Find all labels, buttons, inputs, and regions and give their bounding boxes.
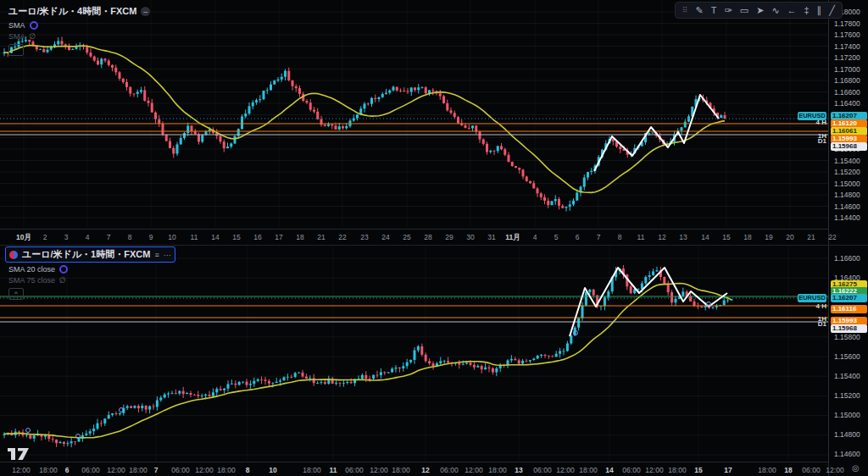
indicator-row-sma-hidden[interactable]: SMA ∅ [8,32,153,41]
time-axis-label[interactable]: 17 [724,466,732,474]
trendline-tool-icon[interactable]: ╱ [829,4,835,16]
time-axis-bottom[interactable]: 12:0018:00606:0012:0018:00706:0012:0018:… [0,462,828,476]
time-axis-label[interactable]: 18:00 [217,466,235,474]
time-axis-label[interactable]: 13 [679,233,687,241]
time-axis-label[interactable]: 3 [64,233,69,241]
time-axis-label[interactable]: 20 [786,233,793,241]
time-axis-label[interactable]: 9 [149,233,153,241]
time-axis-label[interactable]: 12:00 [826,466,843,474]
time-axis-label[interactable]: 31 [487,233,495,241]
time-axis-label[interactable]: 2 [43,233,47,241]
time-axis-label[interactable]: 12:00 [195,466,213,474]
time-axis-label[interactable]: 12:00 [107,466,125,474]
text-tool-icon[interactable]: T [711,4,717,16]
time-axis-label[interactable]: 8 [618,233,622,241]
time-axis-label[interactable]: 14 [211,233,219,241]
time-axis-label[interactable]: 18:00 [488,466,506,474]
time-axis-label[interactable]: 24 [381,233,389,241]
bottom-panel-title-row[interactable]: ユーロ/米ドル・1時間・FXCM ≡ ··· [5,246,175,263]
time-axis-label[interactable]: 23 [360,233,368,241]
brush-tool-icon[interactable]: ✑ [725,4,732,16]
more-options-icon[interactable]: ··· [164,251,171,259]
time-axis-label[interactable]: 12 [421,466,429,474]
time-axis-label[interactable]: 18 [784,466,792,474]
time-axis-label[interactable]: 15 [232,233,240,241]
drawing-anchor[interactable] [26,429,31,433]
drawing-toolbar[interactable]: ⠿✎T✑▭➤∿←‡∥╱ [675,2,843,19]
time-axis-label[interactable]: 17 [275,233,282,241]
time-axis-label[interactable]: 25 [403,233,410,241]
time-axis-label[interactable]: 14 [605,466,613,474]
time-axis-label[interactable]: 28 [424,233,431,241]
time-axis-label[interactable]: 10月 [16,233,31,243]
indicator-row-sma[interactable]: SMA [8,21,153,30]
eye-hidden-icon[interactable]: ∅ [59,276,66,285]
pencil-tool-icon[interactable]: ✎ [696,4,704,16]
time-axis-label[interactable]: 06:00 [345,466,363,474]
time-axis-label[interactable]: 19 [765,233,772,241]
time-axis-label[interactable]: 06:00 [802,466,820,474]
top-panel-title-row[interactable]: ユーロ/米ドル・4時間・FXCM – [5,4,153,19]
chart-style-icon[interactable]: ≡ [154,251,159,259]
time-axis-label[interactable]: 13 [515,466,522,474]
time-axis-label[interactable]: 18:00 [303,466,320,474]
arrow-left-tool-icon[interactable]: ← [787,4,797,16]
time-axis-label[interactable]: 15 [722,233,730,241]
time-axis-label[interactable]: 11 [191,233,198,241]
parallel-channel-tool-icon[interactable]: ∥ [817,4,822,16]
time-axis-label[interactable]: 18:00 [39,466,57,474]
time-axis-label[interactable]: 18:00 [758,466,776,474]
time-axis-label[interactable]: 06:00 [533,466,551,474]
rectangle-tool-icon[interactable]: ▭ [740,4,748,16]
time-axis-label[interactable]: 18 [743,233,751,241]
time-axis-label[interactable]: 10 [269,466,276,474]
time-axis-label[interactable]: 12 [658,233,665,241]
time-axis-label[interactable]: 8 [128,233,132,241]
time-axis-label[interactable]: 10 [168,233,175,241]
time-axis-label[interactable]: 6 [576,233,580,241]
pane-maximize-button[interactable]: ^ [8,288,24,300]
time-axis-label[interactable]: 21 [807,233,815,241]
time-axis-top[interactable]: 10月2347891011141516171821222324252829303… [0,229,828,246]
time-axis-label[interactable]: 12:00 [370,466,387,474]
time-axis-label[interactable]: 18 [296,233,303,241]
time-axis-label[interactable]: 14 [701,233,709,241]
time-axis-label[interactable]: 11 [330,466,337,474]
time-axis-label[interactable]: 12:00 [12,466,30,474]
time-axis-label[interactable]: 6 [65,466,70,474]
time-axis-label[interactable]: 12:00 [645,466,663,474]
time-axis-label[interactable]: 15 [694,466,702,474]
time-axis-label[interactable]: 29 [445,233,453,241]
time-axis-label[interactable]: 18:00 [129,466,147,474]
time-axis-label[interactable]: 18:00 [392,466,409,474]
time-axis-settings-icon[interactable]: ◎ [852,463,860,473]
time-axis-label[interactable]: 06:00 [171,466,189,474]
arrow-tool-icon[interactable]: ➤ [756,4,764,16]
time-axis-label[interactable]: 7 [107,233,111,241]
time-axis-label[interactable]: 4 [86,233,90,241]
pane-separator[interactable] [0,245,868,246]
indicator-row-sma75-hidden[interactable]: SMA 75 close ∅ [8,276,175,285]
time-axis-label[interactable]: 06:00 [622,466,640,474]
indicator-row-sma20[interactable]: SMA 20 close [8,265,175,274]
time-axis-label[interactable]: 22 [338,233,346,241]
time-axis-label[interactable]: 21 [317,233,325,241]
time-axis-label[interactable]: 12:00 [465,466,482,474]
time-axis-label[interactable]: 30 [466,233,474,241]
time-axis-label[interactable]: 16 [253,233,261,241]
time-axis-label[interactable]: 4 [533,233,537,241]
time-axis-label[interactable]: 7 [597,233,601,241]
time-axis-label[interactable]: 11 [637,233,645,241]
pane-maximize-button[interactable]: ^ [8,44,24,56]
time-axis-label[interactable]: 8 [246,466,250,474]
time-axis-label[interactable]: 11月 [505,233,520,243]
eye-hidden-icon[interactable]: ∅ [30,32,36,41]
top-zigzag-drawing[interactable] [594,95,719,171]
drag-handle-icon[interactable]: ⠿ [682,4,688,16]
time-axis-label[interactable]: 18:00 [579,466,597,474]
cross-tool-icon[interactable]: ‡ [804,4,810,16]
time-axis-label[interactable]: 22 [828,233,836,241]
legend-collapse-icon[interactable]: – [141,7,150,16]
time-axis-label[interactable]: 7 [154,466,159,474]
time-axis-label[interactable]: 18:00 [668,466,686,474]
